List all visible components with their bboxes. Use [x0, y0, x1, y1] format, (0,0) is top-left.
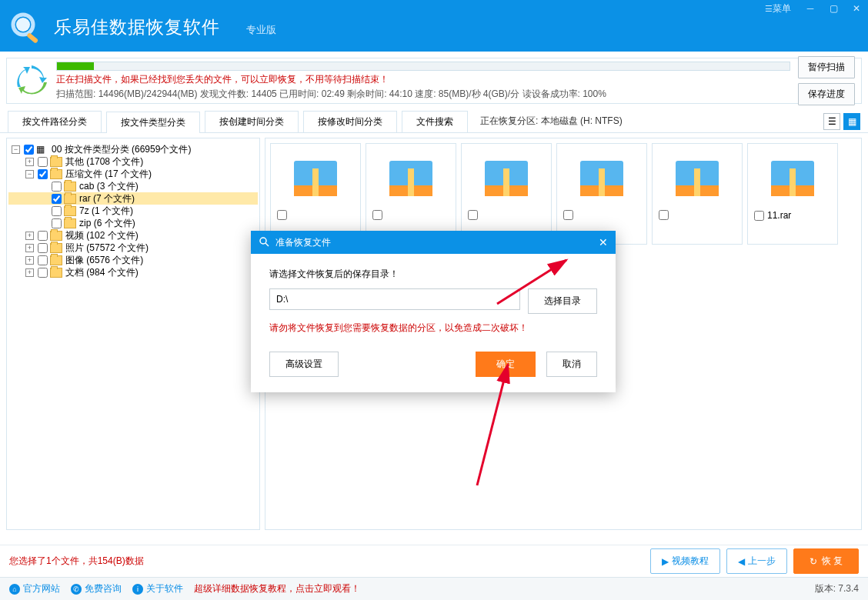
close-button[interactable]: ✕	[845, 0, 868, 17]
selection-status: 您选择了1个文件，共154(B)数据	[9, 555, 144, 568]
tree-checkbox[interactable]	[24, 145, 34, 155]
tree-node[interactable]: zip (6 个文件)	[8, 217, 258, 229]
view-grid-button[interactable]: ▦	[843, 113, 860, 130]
ok-button[interactable]: 确定	[476, 352, 536, 377]
expand-toggle[interactable]: +	[25, 232, 34, 240]
zip-icon	[294, 161, 337, 196]
tree-label: 视频 (102 个文件)	[65, 229, 139, 242]
official-site-link[interactable]: ⌂官方网站	[9, 582, 60, 595]
tabs-row: 按文件路径分类 按文件类型分类 按创建时间分类 按修改时间分类 文件搜索 正在恢…	[0, 110, 868, 133]
svg-point-3	[260, 238, 266, 244]
about-link[interactable]: i关于软件	[132, 582, 183, 595]
recover-button[interactable]: ↻ 恢 复	[793, 548, 859, 574]
tree-node[interactable]: −▦00 按文件类型分类 (66959个文件)	[8, 143, 258, 155]
file-label: 11.rar	[767, 210, 831, 221]
tab-by-path[interactable]: 按文件路径分类	[8, 111, 102, 132]
tree-node[interactable]: +文档 (984 个文件)	[8, 266, 258, 278]
save-progress-button[interactable]: 保存进度	[798, 83, 855, 105]
tree-node[interactable]: 7z (1 个文件)	[8, 205, 258, 217]
tab-by-modified[interactable]: 按修改时间分类	[303, 111, 397, 132]
tree-label: 其他 (1708 个文件)	[65, 155, 143, 168]
tree-checkbox[interactable]	[52, 206, 62, 216]
dialog-warning: 请勿将文件恢复到您需要恢复数据的分区，以免造成二次破坏！	[269, 322, 597, 335]
video-tutorial-button[interactable]: ▶ 视频教程	[650, 548, 720, 574]
file-checkbox[interactable]	[754, 211, 764, 221]
svg-rect-1	[26, 32, 38, 44]
tree-node[interactable]: +视频 (102 个文件)	[8, 229, 258, 242]
file-checkbox[interactable]	[659, 210, 669, 220]
prev-step-button[interactable]: ◀ 上一步	[726, 548, 787, 574]
tab-by-created[interactable]: 按创建时间分类	[205, 111, 299, 132]
promo-link[interactable]: 超级详细数据恢复教程，点击立即观看！	[194, 582, 360, 595]
scan-message: 正在扫描文件，如果已经找到您丢失的文件，可以立即恢复，不用等待扫描结束！	[56, 73, 790, 86]
file-checkbox[interactable]	[563, 210, 573, 220]
file-item[interactable]	[556, 143, 647, 245]
folder-icon	[50, 231, 62, 241]
file-checkbox[interactable]	[277, 210, 287, 220]
tree-label: 图像 (6576 个文件)	[65, 254, 143, 267]
status-bar: 您选择了1个文件，共154(B)数据 ▶ 视频教程 ◀ 上一步 ↻ 恢 复	[0, 545, 868, 577]
tree-node[interactable]: +照片 (57572 个文件)	[8, 242, 258, 254]
svg-line-4	[265, 243, 269, 246]
recycle-icon	[13, 62, 50, 99]
minimize-button[interactable]: ─	[799, 0, 822, 17]
tree-checkbox[interactable]	[38, 169, 48, 179]
file-checkbox[interactable]	[372, 210, 382, 220]
zip-icon	[771, 161, 814, 196]
save-path-input[interactable]	[269, 288, 520, 310]
tree-node[interactable]: −压缩文件 (17 个文件)	[8, 168, 258, 180]
file-item[interactable]	[652, 143, 743, 245]
tree-checkbox[interactable]	[38, 268, 48, 278]
menu-button[interactable]: ☰ 菜单	[757, 0, 799, 17]
folder-icon	[64, 194, 76, 204]
file-item[interactable]	[366, 143, 456, 245]
dialog-close-button[interactable]: ✕	[599, 236, 608, 248]
dialog-titlebar: 准备恢复文件 ✕	[251, 231, 616, 254]
file-tree[interactable]: −▦00 按文件类型分类 (66959个文件)+其他 (1708 个文件)−压缩…	[6, 138, 260, 530]
tree-node[interactable]: +图像 (6576 个文件)	[8, 254, 258, 266]
zip-icon	[580, 161, 623, 196]
tree-checkbox[interactable]	[38, 231, 48, 241]
pause-scan-button[interactable]: 暂停扫描	[798, 56, 855, 78]
tree-checkbox[interactable]	[38, 255, 48, 265]
tree-node[interactable]: +其他 (1708 个文件)	[8, 155, 258, 168]
tree-node[interactable]: rar (7 个文件)	[8, 192, 258, 205]
file-checkbox[interactable]	[468, 210, 478, 220]
tree-checkbox[interactable]	[52, 182, 62, 192]
folder-icon	[64, 218, 76, 228]
maximize-button[interactable]: ▢	[822, 0, 845, 17]
tree-label: 7z (1 个文件)	[79, 205, 133, 218]
view-list-button[interactable]: ☰	[823, 113, 840, 130]
tree-label: 照片 (57572 个文件)	[65, 242, 149, 255]
expand-toggle[interactable]: +	[25, 256, 34, 265]
expand-toggle[interactable]: +	[25, 158, 34, 166]
tree-label: rar (7 个文件)	[79, 192, 135, 205]
tab-by-type[interactable]: 按文件类型分类	[106, 112, 200, 133]
folder-icon	[50, 157, 62, 167]
tab-search[interactable]: 文件搜索	[402, 111, 468, 132]
app-title: 乐易佳数据恢复软件	[54, 15, 220, 39]
expand-toggle[interactable]: +	[25, 268, 34, 277]
file-item[interactable]: 11.rar	[747, 143, 838, 245]
choose-dir-button[interactable]: 选择目录	[528, 288, 597, 314]
tree-checkbox[interactable]	[38, 243, 48, 253]
version-label: 版本: 7.3.4	[815, 582, 859, 595]
scan-stats: 扫描范围: 14496(MB)/242944(MB) 发现文件数: 14405 …	[56, 88, 790, 101]
free-consult-link[interactable]: ✆免费咨询	[71, 582, 122, 595]
expand-toggle[interactable]: +	[25, 244, 34, 252]
dialog-title: 准备恢复文件	[275, 236, 331, 249]
folder-icon	[50, 169, 62, 179]
cancel-button[interactable]: 取消	[546, 352, 597, 377]
folder-icon	[64, 182, 76, 192]
file-item[interactable]	[270, 143, 361, 245]
tree-checkbox[interactable]	[52, 194, 62, 204]
zip-icon	[676, 161, 719, 196]
file-item[interactable]	[461, 143, 552, 245]
scan-panel: 正在扫描文件，如果已经找到您丢失的文件，可以立即恢复，不用等待扫描结束！ 扫描范…	[6, 58, 862, 104]
tree-checkbox[interactable]	[38, 157, 48, 167]
tree-node[interactable]: cab (3 个文件)	[8, 180, 258, 192]
expand-toggle[interactable]: −	[12, 145, 20, 154]
expand-toggle[interactable]: −	[25, 170, 34, 178]
tree-checkbox[interactable]	[52, 218, 62, 228]
advanced-settings-button[interactable]: 高级设置	[269, 352, 339, 377]
